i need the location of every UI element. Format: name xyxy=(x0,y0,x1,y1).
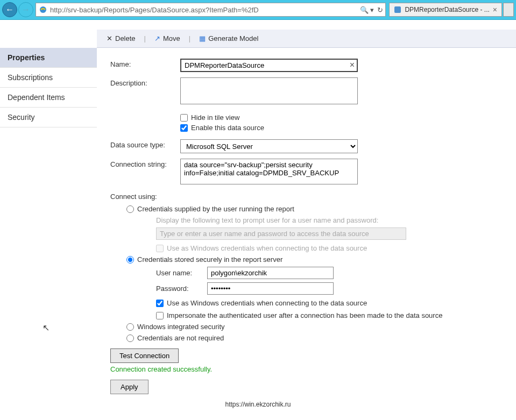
browser-tab[interactable]: DPMReporterDataSource - ... × xyxy=(389,3,502,17)
connect-using-label: Connect using: xyxy=(110,193,505,201)
test-connection-button[interactable]: Test Connection xyxy=(110,348,179,363)
conn-string-label: Connection string: xyxy=(110,159,180,168)
sidebar: Properties Subscriptions Dependent Items… xyxy=(0,48,97,400)
ds-type-label: Data source type: xyxy=(110,139,180,149)
ie-icon xyxy=(38,5,48,15)
enable-ds-label: Enable this data source xyxy=(191,124,264,132)
move-icon: ↗ xyxy=(154,34,160,42)
hide-tile-label: Hide in tile view xyxy=(191,113,239,122)
forward-button[interactable]: → xyxy=(18,2,33,17)
username-label: User name: xyxy=(156,269,202,277)
apply-button[interactable]: Apply xyxy=(110,380,149,394)
prompt-hint: Display the following text to prompt use… xyxy=(156,216,505,224)
model-icon: ▦ xyxy=(199,34,206,42)
sidebar-item-subscriptions[interactable]: Subscriptions xyxy=(0,68,97,88)
sidebar-item-security[interactable]: Security xyxy=(0,108,97,127)
impersonate-checkbox[interactable] xyxy=(156,312,164,319)
new-tab-button[interactable] xyxy=(503,3,514,17)
sidebar-item-properties[interactable]: Properties xyxy=(0,48,97,68)
impersonate-label: Impersonate the authenticated user after… xyxy=(167,311,442,319)
name-input[interactable] xyxy=(180,59,358,72)
radio-user-supplied-label: Credentials supplied by the user running… xyxy=(137,205,294,213)
radio-user-supplied[interactable] xyxy=(126,205,134,213)
name-label: Name: xyxy=(110,59,180,68)
properties-form: Name: Description: Hide in tile view Ena… xyxy=(97,48,516,400)
delete-label: Delete xyxy=(115,34,136,42)
username-input[interactable] xyxy=(207,267,334,279)
tab-close-icon[interactable]: × xyxy=(493,5,497,14)
radio-not-required[interactable] xyxy=(126,334,134,342)
move-label: Move xyxy=(163,34,180,42)
action-toolbar: ✕ Delete | ↗ Move | ▦ Generate Model xyxy=(97,30,516,48)
search-dropdown-icon[interactable]: 🔍 ▾ xyxy=(360,6,374,14)
delete-button[interactable]: ✕ Delete xyxy=(102,32,140,45)
svg-rect-1 xyxy=(394,6,401,13)
sidebar-item-dependent-items[interactable]: Dependent Items xyxy=(0,88,97,108)
refresh-icon[interactable]: ↻ xyxy=(377,6,383,14)
radio-stored[interactable] xyxy=(126,256,134,264)
watermark: https://win.ekzorchik.ru xyxy=(0,401,516,408)
radio-stored-label: Credentials stored securely in the repor… xyxy=(137,255,282,264)
conn-string-textarea[interactable]: data source="srv-backup";persist securit… xyxy=(180,159,358,184)
use-windows-disabled-checkbox xyxy=(156,245,164,252)
svg-point-0 xyxy=(40,6,46,13)
use-windows-stored-checkbox[interactable] xyxy=(156,300,164,307)
password-input[interactable] xyxy=(207,282,334,295)
use-windows-disabled-label: Use as Windows credentials when connecti… xyxy=(167,244,367,252)
password-label: Password: xyxy=(156,284,202,293)
description-label: Description: xyxy=(110,77,180,87)
browser-chrome: ← → 🔍 ▾ ↻ DPMReporterDataSource - ... × xyxy=(0,0,516,20)
enable-ds-checkbox[interactable] xyxy=(180,124,188,132)
url-input[interactable] xyxy=(50,6,360,14)
favicon-icon xyxy=(394,6,401,13)
ds-type-select[interactable]: Microsoft SQL Server xyxy=(180,139,358,153)
tab-title: DPMReporterDataSource - ... xyxy=(405,6,489,13)
prompt-text-input xyxy=(156,227,406,240)
radio-integrated-label: Windows integrated security xyxy=(137,323,225,331)
hide-tile-checkbox[interactable] xyxy=(180,114,188,122)
back-button[interactable]: ← xyxy=(2,2,17,17)
generate-model-button[interactable]: ▦ Generate Model xyxy=(195,32,263,45)
address-bar[interactable]: 🔍 ▾ ↻ xyxy=(36,3,386,17)
use-windows-stored-label: Use as Windows credentials when connecti… xyxy=(167,299,367,307)
status-message: Connection created successfully. xyxy=(110,365,505,373)
move-button[interactable]: ↗ Move xyxy=(150,32,185,45)
generate-model-label: Generate Model xyxy=(208,34,258,42)
description-textarea[interactable] xyxy=(180,77,358,104)
radio-integrated[interactable] xyxy=(126,323,134,331)
delete-icon: ✕ xyxy=(107,34,112,42)
radio-not-required-label: Credentials are not required xyxy=(137,334,224,342)
